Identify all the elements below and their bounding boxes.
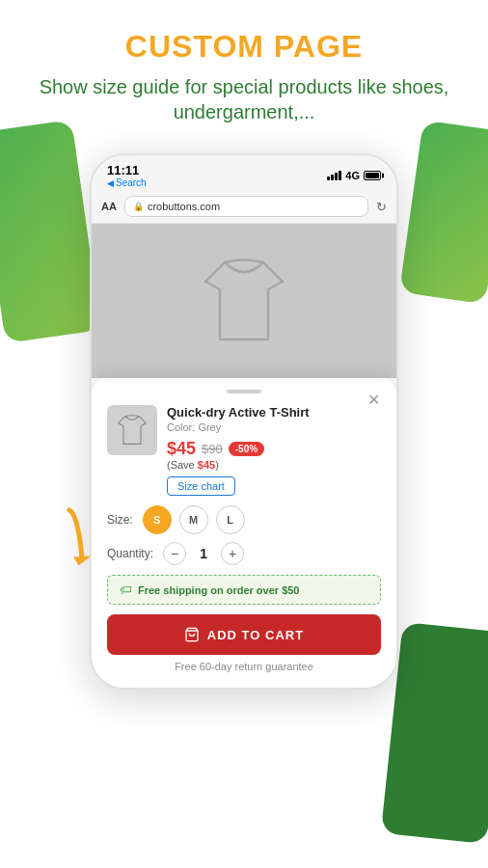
size-options: S M L (143, 505, 245, 534)
status-bar: 11:11 ◀ Search 4G (92, 155, 396, 192)
product-name: Quick-dry Active T-Shirt (167, 405, 381, 420)
browser-bar: AA 🔒 crobuttons.com ↻ (92, 192, 396, 224)
quantity-value: 1 (196, 546, 211, 561)
battery-icon (364, 171, 381, 180)
search-back-label: Search (116, 177, 147, 188)
product-info-row: Quick-dry Active T-Shirt Color: Grey $45… (107, 405, 381, 496)
save-text: (Save $45) (167, 459, 381, 471)
refresh-icon[interactable]: ↻ (376, 200, 387, 214)
size-option-l[interactable]: L (216, 505, 245, 534)
page-subtitle: Show size guide for special products lik… (0, 74, 488, 124)
lock-icon: 🔒 (133, 202, 144, 211)
product-thumbnail (107, 405, 157, 455)
size-option-s[interactable]: S (143, 505, 172, 534)
product-details: Quick-dry Active T-Shirt Color: Grey $45… (167, 405, 381, 496)
product-color: Color: Grey (167, 421, 381, 433)
page-container: CUSTOM PAGE Show size guide for special … (0, 0, 488, 690)
tag-icon: 🏷 (120, 583, 132, 597)
shipping-banner: 🏷 Free shipping on order over $50 (107, 575, 381, 605)
size-option-m[interactable]: M (179, 505, 208, 534)
url-text: crobuttons.com (148, 201, 220, 212)
aa-button[interactable]: AA (101, 201, 117, 212)
quantity-increase-button[interactable]: + (221, 542, 244, 565)
price-current: $45 (167, 439, 196, 459)
bottom-sheet: ✕ Quick-dry Active T-Shirt Color: Grey $… (92, 378, 396, 688)
signal-bars-icon (327, 171, 341, 180)
tshirt-image (196, 253, 292, 349)
add-to-cart-button[interactable]: ADD TO CART (107, 614, 381, 655)
price-row: $45 $90 -50% (167, 439, 381, 459)
quantity-section: Quantity: − 1 + (107, 542, 381, 565)
page-title: CUSTOM PAGE (125, 29, 363, 65)
quantity-controls: − 1 + (163, 542, 244, 565)
size-section: Size: S M L (107, 505, 381, 534)
save-amount: $45 (198, 459, 215, 471)
product-image-area (92, 224, 396, 378)
return-guarantee: Free 60-day return guarantee (107, 661, 381, 672)
discount-badge: -50% (229, 442, 264, 456)
cart-icon (184, 627, 200, 642)
shipping-text: Free shipping on order over $50 (138, 584, 300, 596)
size-chart-button[interactable]: Size chart (167, 476, 235, 496)
phone-mockup: 11:11 ◀ Search 4G AA (90, 153, 398, 690)
price-original: $90 (202, 442, 223, 456)
status-icons: 4G (327, 170, 381, 181)
sheet-handle (227, 390, 261, 393)
network-type: 4G (345, 170, 360, 181)
quantity-decrease-button[interactable]: − (163, 542, 186, 565)
add-to-cart-label: ADD TO CART (207, 628, 304, 642)
size-label: Size: (107, 513, 133, 527)
status-time: 11:11 (107, 163, 139, 177)
url-bar[interactable]: 🔒 crobuttons.com (124, 196, 368, 217)
close-button[interactable]: ✕ (364, 390, 383, 409)
